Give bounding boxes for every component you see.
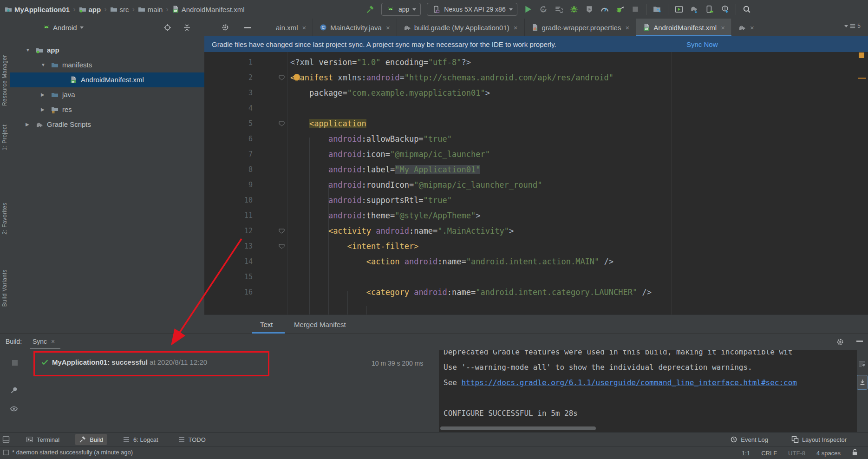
code-line[interactable]: <activity android:name=".MainActivity"> [290, 223, 514, 239]
editor-tab-mainactivity-java[interactable]: CMainActivity.java× [313, 19, 397, 36]
coverage-icon[interactable] [585, 5, 594, 14]
code-line[interactable]: android:theme="@style/AppTheme"> [290, 208, 480, 223]
device-manager-icon[interactable] [705, 5, 714, 14]
debug-icon[interactable] [569, 5, 579, 14]
breadcrumb-item-androidmanifest-xml[interactable]: MFAndroidManifest.xml [172, 6, 245, 13]
toolwindow-tab-terminal[interactable]: Terminal [22, 434, 63, 445]
stripe-button-build-variants[interactable]: Build Variants [1, 269, 8, 307]
editor-tab-build-gradle-my-application01[interactable]: build.gradle (My Application01)× [397, 19, 525, 36]
build-console[interactable]: Deprecated Gradle features were used in … [439, 350, 857, 433]
close-icon[interactable]: × [750, 24, 754, 32]
stripe-button-resource-manager[interactable]: Resource Manager [1, 55, 8, 106]
fold-marker-icon[interactable] [279, 70, 285, 85]
device-select[interactable]: Nexus 5X API 29 x86 [427, 3, 517, 16]
close-icon[interactable]: × [51, 338, 55, 345]
locate-file-icon[interactable] [163, 24, 171, 33]
breadcrumb-item-app[interactable]: app [79, 6, 101, 13]
close-icon[interactable]: × [302, 24, 307, 32]
soft-wrap-icon[interactable] [858, 360, 866, 369]
code-line[interactable]: package="com.example.myapplication01"> [290, 85, 490, 101]
sdk-manager-icon[interactable] [720, 5, 730, 14]
code-line[interactable]: android:roundIcon="@mipmap/ic_launcher_r… [290, 177, 542, 193]
scroll-to-end-button[interactable] [857, 375, 868, 390]
breadcrumb[interactable]: MyApplication01›app›src›main›MFAndroidMa… [0, 5, 245, 13]
hide-panel-icon[interactable] [856, 341, 863, 342]
indent-setting[interactable]: 4 spaces [816, 450, 841, 457]
unlocked-padlock-icon[interactable] [852, 449, 858, 457]
gear-icon[interactable] [836, 338, 844, 348]
code-line[interactable]: android:label="My Application01" [290, 162, 480, 177]
stripe-button-2-favorites[interactable]: 2: Favorites [1, 203, 8, 235]
toolwindow-switcher-icon[interactable] [2, 436, 10, 445]
gradle-sync-icon[interactable] [690, 5, 699, 14]
toolwindow-tab-6-logcat[interactable]: 6: Logcat [119, 434, 162, 445]
toolwindow-tab-event-log[interactable]: Event Log [726, 434, 772, 445]
code-line[interactable]: <manifest xmlns:android="http://schemas.… [290, 70, 613, 85]
pin-icon[interactable] [10, 386, 18, 394]
fold-marker-icon[interactable] [279, 223, 285, 239]
tree-item-res[interactable]: ▶res [10, 102, 204, 117]
editor-tab-ain-xml[interactable]: ain.xml× [269, 19, 313, 36]
code-line[interactable]: <action android:name="android.intent.act… [290, 254, 613, 269]
avd-manager-icon[interactable] [674, 5, 684, 14]
apply-changes-icon[interactable]: CA [539, 5, 548, 14]
tree-item-app[interactable]: ▼app [10, 43, 204, 58]
code-line[interactable]: android:allowBackup="true" [290, 131, 452, 147]
expand-arrow[interactable]: ▶ [41, 87, 45, 102]
tab-merged-manifest[interactable]: Merged Manifest [294, 315, 346, 334]
run-icon[interactable] [523, 5, 533, 14]
close-icon[interactable]: × [721, 24, 725, 32]
breadcrumb-item-src[interactable]: src [110, 6, 129, 13]
hidden-tabs-dropdown[interactable]: 5 [844, 23, 861, 29]
project-view-selector[interactable]: Android [10, 23, 84, 32]
caret-position[interactable]: 1:1 [742, 450, 750, 457]
tree-item-androidmanifest-xml[interactable]: MFAndroidManifest.xml [10, 72, 204, 87]
attach-debugger-icon[interactable] [615, 5, 625, 14]
expand-arrow[interactable]: ▼ [41, 58, 46, 72]
toolwindow-tab-build[interactable]: Build [75, 434, 107, 445]
console-link[interactable]: https://docs.gradle.org/6.1.1/userguide/… [462, 378, 797, 387]
status-message[interactable]: * daemon started successfully (a minute … [12, 449, 133, 456]
project-structure-icon[interactable] [653, 5, 662, 14]
breadcrumb-item-main[interactable]: main [138, 6, 163, 13]
build-sync-tab[interactable]: Sync [33, 338, 47, 345]
tab-text[interactable]: Text [260, 315, 273, 334]
code-line[interactable]: <?xml version="1.0" encoding="utf-8"?> [290, 55, 471, 70]
tree-item-java[interactable]: ▶java [10, 87, 204, 102]
tree-item-manifests[interactable]: ▼manifests [10, 58, 204, 72]
code-line[interactable]: <application [290, 116, 366, 131]
expand-arrow[interactable]: ▼ [26, 43, 30, 58]
expand-arrow[interactable]: ▶ [26, 117, 29, 132]
toolwindow-tab-layout-inspector[interactable]: Layout Inspector [788, 434, 850, 445]
gear-icon[interactable] [221, 23, 229, 33]
sync-now-link[interactable]: Sync Now [686, 40, 718, 48]
code-line[interactable]: android:supportsRtl="true" [290, 193, 452, 208]
console-scrollbar[interactable] [440, 426, 596, 430]
editor-tab-gradle-wrapper-properties[interactable]: gradle-wrapper.properties× [525, 19, 637, 36]
code-editor[interactable]: <?xml version="1.0" encoding="utf-8"?><m… [204, 52, 857, 315]
line-ending[interactable]: CRLF [761, 450, 777, 457]
close-icon[interactable]: × [514, 24, 518, 32]
stop-icon[interactable] [631, 5, 640, 14]
run-config-select[interactable]: app [381, 3, 421, 16]
expand-arrow[interactable]: ▶ [41, 102, 45, 117]
fold-marker-icon[interactable] [279, 239, 285, 254]
code-line[interactable]: <intent-filter> [290, 239, 418, 254]
scrollbar-warning-mark[interactable] [859, 52, 864, 58]
file-encoding[interactable]: UTF-8 [788, 450, 805, 457]
editor-tab-androidmanifest-xml[interactable]: MFAndroidManifest.xml× [636, 19, 732, 36]
toolwindow-tab-todo[interactable]: TODO [174, 434, 209, 445]
editor-tab-gradle[interactable]: × [732, 19, 761, 36]
apply-code-changes-icon[interactable] [554, 5, 563, 14]
tree-item-gradle-scripts[interactable]: ▶Gradle Scripts [10, 117, 204, 132]
collapse-all-icon[interactable] [183, 24, 191, 33]
breadcrumb-item-myapplication01[interactable]: MyApplication01 [5, 6, 70, 13]
stripe-button-1-project[interactable]: 1: Project [1, 125, 8, 151]
filter-eye-icon[interactable] [10, 405, 18, 413]
hide-panel-icon[interactable] [244, 27, 251, 28]
scrollbar-warning-mark[interactable] [858, 78, 866, 79]
build-hammer-icon[interactable] [366, 5, 375, 14]
intention-bulb-icon[interactable] [294, 74, 300, 80]
code-line[interactable]: android:icon="@mipmap/ic_launcher" [290, 147, 490, 162]
fold-marker-icon[interactable] [279, 116, 285, 131]
